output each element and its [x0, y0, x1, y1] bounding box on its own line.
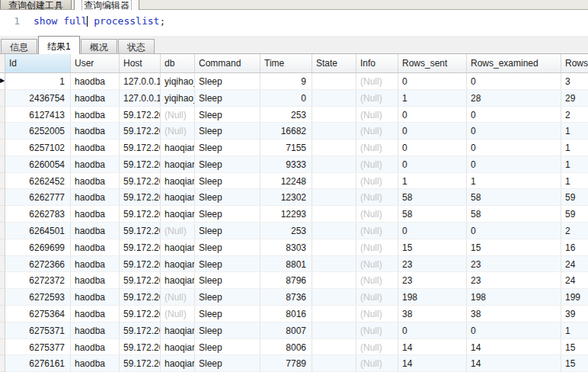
cell[interactable]: 1	[561, 322, 588, 338]
column-header[interactable]: State	[312, 54, 356, 72]
cell[interactable]	[312, 223, 356, 239]
cell[interactable]: (Null)	[356, 206, 398, 222]
cell[interactable]: 23	[398, 256, 467, 272]
cell[interactable]: haoqiar	[161, 256, 195, 272]
cell[interactable]: 14	[467, 355, 561, 371]
cell[interactable]: 1	[561, 123, 588, 139]
cell[interactable]: 59.172.20	[120, 173, 161, 189]
cell[interactable]: Sleep	[195, 156, 260, 172]
cell[interactable]: (Null)	[356, 272, 398, 288]
cell[interactable]: 15	[561, 355, 588, 371]
cell[interactable]: 59.172.20	[120, 206, 161, 222]
cell[interactable]: haodba	[71, 173, 120, 189]
cell[interactable]: 38	[398, 306, 467, 322]
cell[interactable]	[312, 123, 356, 139]
cell[interactable]: 12248	[260, 173, 312, 189]
cell[interactable]: 6264501	[5, 223, 71, 239]
cell[interactable]: 59.172.20	[120, 256, 161, 272]
cell[interactable]: Sleep	[195, 173, 260, 189]
cell[interactable]: haodba	[71, 239, 120, 255]
cell[interactable]: Sleep	[195, 272, 260, 288]
cell[interactable]: Sleep	[195, 123, 260, 139]
cell[interactable]: 7789	[260, 355, 312, 371]
cell[interactable]: 14	[467, 339, 561, 355]
cell[interactable]: 59.172.20	[120, 123, 161, 139]
cell[interactable]: 59.172.20	[120, 289, 161, 305]
cell[interactable]: (Null)	[161, 289, 195, 305]
cell[interactable]: haoqiar	[161, 272, 195, 288]
cell[interactable]: haoqiar	[161, 239, 195, 255]
cell[interactable]: haodba	[71, 306, 120, 322]
cell[interactable]: 1	[561, 140, 588, 156]
cell[interactable]: 0	[467, 140, 561, 156]
cell[interactable]: 1	[5, 73, 71, 89]
cell[interactable]: haoqiar	[161, 322, 195, 338]
cell[interactable]: haodba	[71, 256, 120, 272]
cell[interactable]: 0	[398, 156, 467, 172]
cell[interactable]: haodba	[71, 73, 120, 89]
cell[interactable]: 24	[561, 272, 588, 288]
row-gutter[interactable]	[0, 206, 5, 223]
cell[interactable]: 9333	[260, 156, 312, 172]
cell[interactable]: 59.172.20	[120, 189, 161, 205]
cell[interactable]	[312, 272, 356, 288]
cell[interactable]: haoqiar	[161, 173, 195, 189]
cell[interactable]	[312, 107, 356, 123]
cell[interactable]: Sleep	[195, 90, 260, 106]
column-header[interactable]: Rows_sent	[398, 54, 467, 72]
row-gutter[interactable]	[0, 189, 5, 206]
cell[interactable]: haodba	[71, 140, 120, 156]
cell[interactable]: 6272366	[5, 256, 71, 272]
row-gutter[interactable]	[0, 107, 5, 123]
cell[interactable]: Sleep	[195, 223, 260, 239]
cell[interactable]: (Null)	[356, 339, 398, 355]
cell[interactable]	[312, 206, 356, 222]
cell[interactable]: (Null)	[356, 189, 398, 205]
cell[interactable]: 6252005	[5, 123, 71, 139]
cell[interactable]: Sleep	[195, 239, 260, 255]
cell[interactable]: 59.172.20	[120, 156, 161, 172]
cell[interactable]: (Null)	[356, 73, 398, 89]
cell[interactable]: 0	[398, 223, 467, 239]
sql-editor[interactable]: 1show full processlist;	[0, 10, 588, 36]
cell[interactable]: haodba	[71, 322, 120, 338]
row-gutter[interactable]	[0, 272, 5, 289]
cell[interactable]: 8801	[260, 256, 312, 272]
cell[interactable]: 24	[561, 256, 588, 272]
cell[interactable]: 15	[561, 339, 588, 355]
cell[interactable]: 0	[398, 73, 467, 89]
column-header[interactable]: Rows_examined	[467, 54, 561, 72]
cell[interactable]: 23	[467, 256, 561, 272]
cell[interactable]: 1	[561, 156, 588, 172]
cell[interactable]: 59.172.20	[120, 107, 161, 123]
cell[interactable]: 39	[561, 306, 588, 322]
row-gutter[interactable]	[0, 355, 5, 372]
cell[interactable]: (Null)	[356, 322, 398, 338]
cell[interactable]: (Null)	[356, 123, 398, 139]
cell[interactable]: 59.172.20	[120, 322, 161, 338]
cell[interactable]: Sleep	[195, 322, 260, 338]
row-gutter[interactable]	[0, 306, 5, 322]
cell[interactable]	[312, 239, 356, 255]
cell[interactable]: (Null)	[161, 107, 195, 123]
cell[interactable]: (Null)	[356, 355, 398, 371]
cell[interactable]: 58	[467, 206, 561, 222]
cell[interactable]: Sleep	[195, 289, 260, 305]
cell[interactable]: haodba	[71, 355, 120, 371]
cell[interactable]: haodba	[71, 272, 120, 288]
cell[interactable]: (Null)	[356, 156, 398, 172]
cell[interactable]: (Null)	[356, 223, 398, 239]
cell[interactable]: 0	[467, 322, 561, 338]
cell[interactable]: Sleep	[195, 73, 260, 89]
cell[interactable]: Sleep	[195, 256, 260, 272]
cell[interactable]: haodba	[71, 206, 120, 222]
column-header[interactable]: Rows	[561, 54, 588, 72]
row-gutter[interactable]	[0, 223, 5, 239]
cell[interactable]: 23	[398, 272, 467, 288]
cell[interactable]: Sleep	[195, 306, 260, 322]
cell[interactable]	[312, 339, 356, 355]
cell[interactable]	[312, 156, 356, 172]
cell[interactable]: 198	[398, 289, 467, 305]
column-header[interactable]: Command	[195, 54, 260, 72]
cell[interactable]: 0	[398, 140, 467, 156]
